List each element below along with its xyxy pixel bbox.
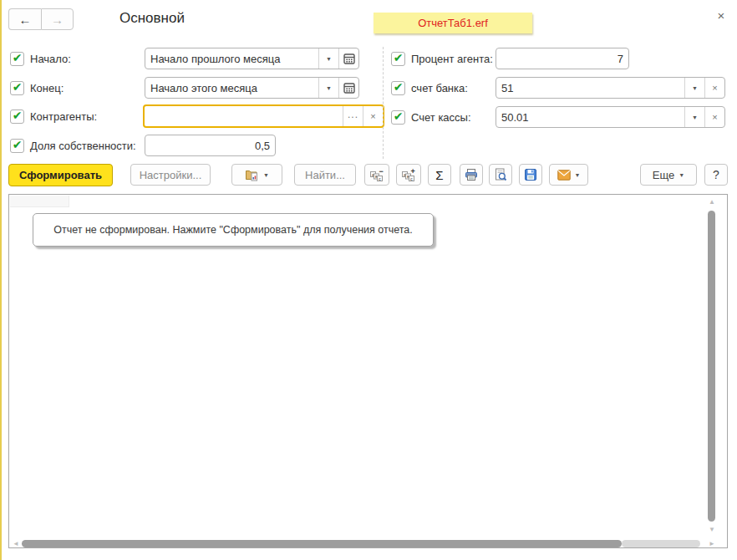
save-button[interactable] (519, 164, 542, 186)
end-checkbox[interactable]: ✔ (10, 81, 24, 95)
window-left-accent (0, 0, 2, 560)
bank-account-label: счет банка: (411, 82, 468, 94)
horizontal-scrollbar-thumb[interactable] (22, 540, 622, 547)
vertical-scrollbar-thumb[interactable] (708, 211, 715, 522)
abc-minus-icon: авс− (370, 168, 384, 181)
counterparties-clear-button[interactable]: × (363, 106, 383, 126)
bank-account-dropdown-button[interactable]: ▼ (684, 78, 704, 98)
end-label: Конец: (30, 82, 64, 94)
agent-percent-input[interactable] (496, 48, 628, 69)
counterparties-input[interactable] (145, 106, 343, 126)
check-icon: ✔ (394, 52, 404, 64)
svg-text:+: + (411, 168, 415, 176)
forward-button[interactable]: → (41, 8, 74, 30)
report-empty-message-text: Отчет не сформирован. Нажмите "Сформиров… (53, 224, 413, 236)
ownership-checkbox[interactable]: ✔ (10, 139, 24, 153)
agent-percent-label: Процент агента: (411, 53, 493, 65)
check-icon: ✔ (394, 81, 404, 93)
scroll-down-arrow-icon[interactable]: ▼ (709, 527, 715, 533)
horizontal-scrollbar-track[interactable] (622, 540, 700, 547)
field-bank-account-label-row: ✔ счет банка: (391, 77, 468, 99)
forward-arrow-icon: → (51, 13, 64, 27)
scroll-up-arrow-icon[interactable]: ▲ (709, 199, 715, 206)
help-button[interactable]: ? (704, 164, 728, 186)
close-button[interactable]: × (713, 8, 729, 24)
clear-icon: × (370, 111, 375, 121)
report-variants-icon (245, 168, 259, 181)
bank-account-clear-button[interactable]: × (704, 78, 724, 98)
check-icon: ✔ (394, 110, 404, 122)
start-dropdown-button[interactable]: ▼ (318, 48, 338, 69)
field-agent-percent-label-row: ✔ Процент агента: (391, 48, 493, 69)
clear-icon: × (712, 83, 717, 93)
cash-account-label: Счет кассы: (411, 111, 471, 124)
end-dropdown-button[interactable]: ▼ (318, 78, 338, 98)
chevron-down-icon: ▼ (575, 172, 581, 178)
counterparties-select-button[interactable]: ... (343, 106, 363, 126)
generate-button[interactable]: Сформировать (8, 164, 113, 186)
ellipsis-icon: ... (348, 109, 358, 120)
report-variants-button[interactable]: ▼ (231, 164, 282, 186)
field-end-label-row: ✔ Конец: (10, 77, 64, 99)
cash-account-clear-button[interactable]: × (704, 107, 724, 127)
back-arrow-icon: ← (19, 13, 32, 27)
ownership-label: Доля собственности: (30, 140, 136, 152)
scroll-left-arrow-icon[interactable]: ◄ (13, 541, 19, 547)
start-calendar-button[interactable] (338, 48, 358, 69)
abc-plus-icon: авс+ (402, 168, 415, 181)
bank-account-input[interactable] (496, 78, 684, 98)
scroll-right-arrow-icon[interactable]: ► (709, 541, 715, 547)
counterparties-checkbox[interactable]: ✔ (10, 109, 24, 124)
cash-account-dropdown-button[interactable]: ▼ (684, 107, 704, 127)
start-label: Начало: (30, 53, 71, 65)
cash-account-checkbox[interactable]: ✔ (391, 110, 405, 125)
end-period-field: ▼ (145, 77, 359, 99)
end-period-input[interactable] (145, 78, 318, 98)
counterparties-field: ... × (143, 104, 384, 128)
chevron-down-icon: ▼ (326, 56, 332, 62)
preview-button[interactable] (489, 164, 512, 186)
check-icon: ✔ (13, 52, 23, 64)
chevron-down-icon: ▼ (692, 115, 698, 120)
chevron-down-icon: ▼ (326, 85, 332, 91)
chevron-down-icon: ▼ (679, 172, 684, 178)
ownership-input[interactable] (145, 135, 275, 155)
chevron-down-icon: ▼ (263, 172, 269, 178)
field-cash-account-label-row: ✔ Счет кассы: (391, 106, 471, 128)
start-period-input[interactable] (145, 48, 318, 69)
save-icon (524, 168, 537, 181)
expand-groups-button[interactable]: авс+ (396, 164, 421, 186)
send-email-button[interactable]: ▼ (549, 164, 588, 186)
settings-button[interactable]: Настройки... (130, 164, 211, 186)
bank-account-checkbox[interactable]: ✔ (391, 81, 405, 95)
cash-account-field: ▼ × (496, 106, 725, 128)
find-button[interactable]: Найти... (294, 164, 356, 186)
calendar-icon (343, 53, 355, 64)
collapse-groups-button[interactable]: авс− (364, 164, 389, 186)
chevron-down-icon: ▼ (692, 85, 698, 91)
more-label: Еще (653, 169, 674, 181)
report-file-tag: ОтчетТаб1.erf (374, 13, 532, 33)
start-checkbox[interactable]: ✔ (10, 52, 24, 66)
end-calendar-button[interactable] (338, 78, 358, 98)
envelope-icon (557, 170, 571, 181)
back-button[interactable]: ← (8, 8, 41, 30)
agent-percent-field (496, 48, 629, 69)
field-counterparties-label-row: ✔ Контрагенты: (10, 105, 97, 127)
page-title: Основной (119, 10, 185, 27)
close-icon: × (718, 8, 725, 23)
print-button[interactable] (460, 164, 483, 186)
nav-history-buttons: ← → (8, 8, 74, 30)
start-period-field: ▼ (145, 48, 359, 69)
cash-account-input[interactable] (496, 107, 684, 127)
ownership-field (145, 135, 276, 156)
bank-account-field: ▼ × (496, 77, 725, 99)
report-spreadsheet-area[interactable]: Отчет не сформирован. Нажмите "Сформиров… (8, 194, 728, 548)
check-icon: ✔ (13, 109, 23, 121)
column-splitter[interactable] (383, 47, 384, 159)
agent-percent-checkbox[interactable]: ✔ (391, 52, 405, 66)
report-window: ← → Основной ОтчетТаб1.erf × ✔ Начало: ▼… (0, 0, 737, 560)
preview-icon (494, 168, 507, 181)
more-button[interactable]: Еще ▼ (640, 164, 697, 186)
sum-button[interactable]: Σ (428, 164, 451, 186)
